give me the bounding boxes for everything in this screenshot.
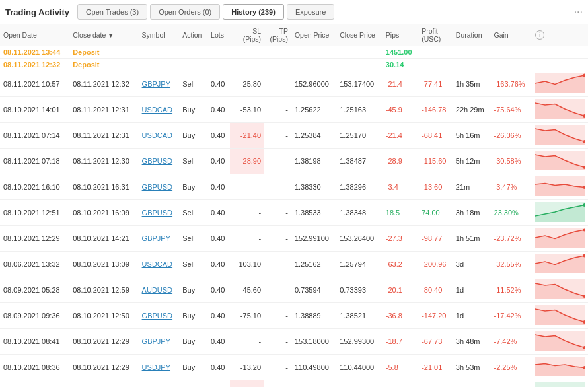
lots: 0.40 xyxy=(207,149,230,174)
action: Sell xyxy=(179,200,207,226)
table-row: 08.10.2021 08:36 08.10.2021 12:29 USDJPY… xyxy=(0,355,588,380)
action: Buy xyxy=(179,380,207,388)
col-open-date: Open Date xyxy=(0,24,69,46)
open-date: 08.11.2021 07:14 xyxy=(0,123,69,149)
profit: -102.00 xyxy=(418,380,453,388)
profit: -98.77 xyxy=(418,226,453,252)
sl: -53.10 xyxy=(230,97,264,123)
tp: - xyxy=(264,123,291,149)
profit: -200.96 xyxy=(418,252,453,277)
tp: - xyxy=(264,200,291,226)
lots: 0.40 xyxy=(207,277,230,303)
duration: 1h 35m xyxy=(453,71,491,97)
symbol: GBPUSD xyxy=(139,174,180,200)
chart-cell xyxy=(532,149,588,174)
open-price: 1.25162 xyxy=(291,252,336,277)
tp: - xyxy=(264,252,291,277)
gain: -2.25% xyxy=(491,355,532,380)
symbol: GBPJPY xyxy=(139,329,180,355)
table-row: 08.09.2021 16:40 08.10.2021 10:14 EURUSD… xyxy=(0,380,588,388)
action: Sell xyxy=(179,149,207,174)
deposit-profit: 1451.00 xyxy=(383,46,418,59)
open-date: 08.06.2021 13:32 xyxy=(0,252,69,277)
lots: 0.40 xyxy=(207,355,230,380)
chart-cell xyxy=(532,329,588,355)
close-price: 152.99300 xyxy=(336,329,383,355)
open-price: 1.38198 xyxy=(291,149,336,174)
duration: 1d xyxy=(453,303,491,329)
close-date: 08.10.2021 10:14 xyxy=(69,380,138,388)
gain: -163.76% xyxy=(491,71,532,97)
symbol: GBPJPY xyxy=(139,71,180,97)
tab-history[interactable]: History (239) xyxy=(223,4,284,20)
col-profit: Profit(USC) xyxy=(418,24,453,46)
pips: -63.2 xyxy=(383,252,418,277)
action: Buy xyxy=(179,97,207,123)
close-date: 08.10.2021 12:29 xyxy=(69,329,138,355)
action: Buy xyxy=(179,355,207,380)
pips: -3.4 xyxy=(383,174,418,200)
col-action: Action xyxy=(179,24,207,46)
table-row: 08.11.2021 10:57 08.11.2021 12:32 GBPJPY… xyxy=(0,71,588,97)
symbol: EURUSD xyxy=(139,380,180,388)
symbol: GBPJPY xyxy=(139,226,180,252)
open-price: 1.25384 xyxy=(291,123,336,149)
chart-cell xyxy=(532,303,588,329)
table-row: 08.10.2021 16:10 08.10.2021 16:31 GBPUSD… xyxy=(0,174,588,200)
action: Buy xyxy=(179,174,207,200)
tab-open-orders[interactable]: Open Orders (0) xyxy=(150,4,220,20)
open-date: 08.10.2021 08:41 xyxy=(0,329,69,355)
tp: - xyxy=(264,149,291,174)
action: Sell xyxy=(179,252,207,277)
close-price: 153.17400 xyxy=(336,71,383,97)
close-price: 1.25170 xyxy=(336,123,383,149)
action: Buy xyxy=(179,277,207,303)
profit: -146.78 xyxy=(418,97,453,123)
profit: -68.41 xyxy=(418,123,453,149)
sl: - xyxy=(230,329,264,355)
open-date: 08.10.2021 12:29 xyxy=(0,226,69,252)
close-price: 1.25163 xyxy=(336,97,383,123)
pips: -28.9 xyxy=(383,149,418,174)
open-date: 08.09.2021 09:36 xyxy=(0,303,69,329)
close-date: 08.11.2021 12:31 xyxy=(69,97,138,123)
tab-open-trades[interactable]: Open Trades (3) xyxy=(77,4,147,20)
chart-cell xyxy=(532,252,588,277)
duration: 21m xyxy=(453,174,491,200)
pips: -25.5 xyxy=(383,380,418,388)
tp: - xyxy=(264,71,291,97)
duration: 5h 12m xyxy=(453,149,491,174)
tp: - xyxy=(264,97,291,123)
col-gain: Gain xyxy=(491,24,532,46)
col-close-date[interactable]: Close date ▼ xyxy=(69,24,138,46)
col-lots: Lots xyxy=(207,24,230,46)
more-options-icon[interactable]: ··· xyxy=(574,6,583,18)
close-price: 153.26400 xyxy=(336,226,383,252)
lots: 0.40 xyxy=(207,252,230,277)
tab-exposure[interactable]: Exposure xyxy=(287,4,334,20)
info-icon[interactable]: i xyxy=(535,30,544,40)
chart-cell xyxy=(532,123,588,149)
open-price: 1.17443 xyxy=(291,380,336,388)
duration: 3d xyxy=(453,252,491,277)
deposit-profit: 30.14 xyxy=(383,59,418,71)
lots: 0.40 xyxy=(207,123,230,149)
profit: -67.73 xyxy=(418,329,453,355)
open-price: 1.38533 xyxy=(291,200,336,226)
close-price: 1.25794 xyxy=(336,252,383,277)
table-row: 08.06.2021 13:32 08.10.2021 13:09 USDCAD… xyxy=(0,252,588,277)
profit: -21.01 xyxy=(418,355,453,380)
open-date: 08.11.2021 10:57 xyxy=(0,71,69,97)
table-row: 08.09.2021 05:28 08.10.2021 12:59 AUDUSD… xyxy=(0,277,588,303)
sl: - xyxy=(230,200,264,226)
close-price: 0.73393 xyxy=(336,277,383,303)
duration: 5h 16m xyxy=(453,123,491,149)
sl: - xyxy=(230,226,264,252)
symbol: AUDUSD xyxy=(139,277,180,303)
lots: 0.40 xyxy=(207,200,230,226)
open-price: 153.18000 xyxy=(291,329,336,355)
duration: 3h 18m xyxy=(453,200,491,226)
col-close-price: Close Price xyxy=(336,24,383,46)
tp: - xyxy=(264,174,291,200)
gain: -23.72% xyxy=(491,226,532,252)
